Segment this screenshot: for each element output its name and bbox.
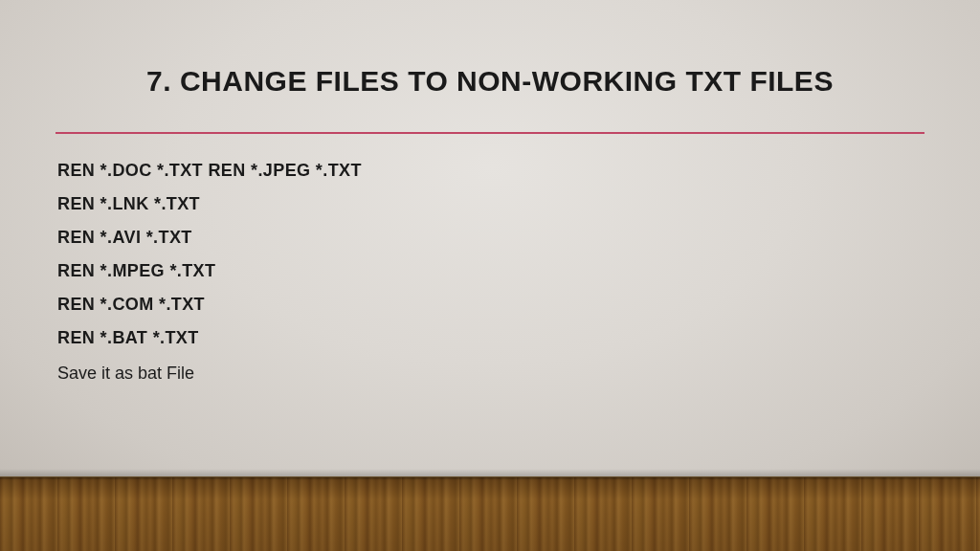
code-line: REN *.MPEG *.TXT [57, 261, 924, 281]
code-line: REN *.DOC *.TXT REN *.JPEG *.TXT [57, 161, 924, 181]
slide-title: 7. CHANGE FILES TO NON-WORKING TXT FILES [56, 65, 924, 98]
slide-content: 7. CHANGE FILES TO NON-WORKING TXT FILES… [0, 0, 980, 384]
code-line: REN *.AVI *.TXT [57, 228, 924, 248]
code-line: REN *.LNK *.TXT [57, 194, 924, 214]
code-line: REN *.COM *.TXT [57, 295, 924, 315]
code-list: REN *.DOC *.TXT REN *.JPEG *.TXT REN *.L… [56, 161, 924, 348]
baseboard-shadow [0, 469, 980, 476]
slide-background-floor [0, 476, 980, 551]
code-line: REN *.BAT *.TXT [57, 328, 924, 348]
title-divider [56, 132, 924, 134]
caption-text: Save it as bat File [56, 364, 924, 384]
